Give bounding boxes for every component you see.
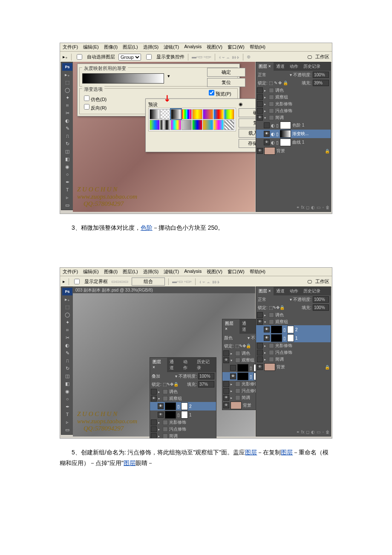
brush-tool[interactable]: ✎: [62, 350, 72, 357]
menu-edit[interactable]: 编辑(E): [83, 44, 99, 50]
move-tool[interactable]: ▸₊: [62, 71, 72, 78]
fx-icon[interactable]: fx: [301, 205, 305, 210]
preview-checkbox[interactable]: [209, 90, 214, 95]
preset-swatch[interactable]: [213, 120, 224, 130]
menu-select[interactable]: 选择(S): [143, 269, 159, 275]
type-tool[interactable]: T: [62, 186, 72, 194]
preset-swatch[interactable]: [192, 120, 202, 130]
preset-swatch[interactable]: [224, 109, 234, 119]
preset-swatch[interactable]: [203, 109, 213, 119]
workspace-button[interactable]: 工作区: [315, 278, 329, 285]
menu-layer[interactable]: 图层(L): [123, 44, 138, 50]
group-icon[interactable]: ▭: [317, 430, 320, 434]
tab-channels[interactable]: 通道: [167, 358, 181, 372]
preset-swatch[interactable]: [150, 120, 160, 130]
preset-swatch[interactable]: [182, 109, 192, 119]
menu-file[interactable]: 文件(F): [63, 44, 78, 50]
menu-edit[interactable]: 编辑(E): [83, 269, 99, 275]
tab-layers[interactable]: 图层 ×: [150, 358, 167, 372]
preset-swatch[interactable]: [171, 120, 181, 130]
gradient-tool[interactable]: ◧: [62, 380, 72, 387]
tab-actions[interactable]: 动作: [181, 358, 194, 372]
menu-help[interactable]: 帮助(H): [250, 44, 265, 50]
type-tool[interactable]: T: [62, 411, 72, 418]
tab-actions[interactable]: 动作: [287, 62, 301, 71]
reverse-checkbox[interactable]: [84, 104, 89, 110]
history-brush-tool[interactable]: ↻: [62, 140, 72, 147]
preset-swatch[interactable]: [150, 109, 160, 119]
layer-row[interactable]: 👁背景🔒: [256, 363, 331, 371]
fill-input[interactable]: [313, 304, 329, 311]
heal-tool[interactable]: ◐: [62, 342, 72, 349]
fx-icon[interactable]: fx: [301, 430, 305, 434]
layer-row[interactable]: ▸光影修饰: [256, 101, 331, 107]
layer-row[interactable]: 👁▾观察组: [150, 395, 216, 402]
preset-swatch[interactable]: [203, 120, 213, 130]
layer-row-selected[interactable]: 👁▯1: [256, 334, 331, 342]
layer-row[interactable]: ▸调色: [256, 87, 331, 94]
auto-select-checkbox[interactable]: [77, 54, 82, 60]
menu-image[interactable]: 图像(I): [104, 44, 118, 50]
stamp-tool[interactable]: ⎍: [62, 357, 72, 364]
opacity-input[interactable]: [198, 373, 214, 379]
layer-row[interactable]: ▸简调: [256, 356, 331, 363]
blend-mode[interactable]: 叠加: [152, 373, 160, 379]
show-bound-checkbox[interactable]: [74, 279, 80, 284]
pen-tool[interactable]: ✒: [62, 179, 72, 186]
link-icon[interactable]: ⚭: [296, 205, 300, 210]
tab-history[interactable]: 历史记录: [301, 62, 323, 71]
gradient-bar[interactable]: [82, 73, 164, 84]
screen-mode-icon[interactable]: 🖵: [307, 55, 312, 60]
blend-mode[interactable]: 正常: [258, 297, 266, 303]
mask-icon[interactable]: ◻: [306, 430, 309, 434]
tab-channels[interactable]: 通道: [239, 319, 253, 334]
crop-tool[interactable]: ⌗: [62, 102, 72, 109]
layer-row[interactable]: ▸光影修饰: [256, 342, 331, 349]
group-select[interactable]: Group: [118, 54, 141, 61]
show-transform-checkbox[interactable]: [146, 54, 152, 60]
wand-tool[interactable]: ✦: [62, 94, 72, 101]
brush-tool[interactable]: ✎: [62, 125, 72, 132]
layer-row[interactable]: ▸观察组: [256, 94, 331, 101]
stamp-tool[interactable]: ⎍: [62, 133, 72, 140]
preset-swatch[interactable]: [182, 120, 192, 130]
preset-swatch[interactable]: [160, 120, 170, 130]
trash-icon[interactable]: 🗑: [326, 430, 330, 434]
blur-tool[interactable]: ◉: [62, 163, 72, 171]
dodge-tool[interactable]: ○: [62, 396, 72, 403]
layer-row[interactable]: ▸污点修饰: [256, 349, 331, 356]
menu-window[interactable]: 窗口(W): [228, 44, 245, 50]
ok-button-1[interactable]: 确定: [207, 68, 245, 77]
tab-layers[interactable]: 图层 ×: [256, 62, 274, 71]
layer-row[interactable]: 👁▾简调: [256, 114, 331, 121]
adjust-icon[interactable]: ◐: [311, 430, 315, 434]
screen-mode-icon[interactable]: 🖵: [307, 279, 312, 284]
eraser-tool[interactable]: ◫: [62, 373, 72, 380]
workspace-button[interactable]: 工作区: [315, 54, 329, 60]
tab-channels[interactable]: 通道: [274, 62, 287, 71]
move-tool[interactable]: ▸₊: [62, 296, 72, 303]
blend-mode[interactable]: 颜色: [224, 335, 233, 341]
blur-tool[interactable]: ◉: [62, 388, 72, 395]
shape-tool[interactable]: ▭: [62, 202, 72, 209]
shape-tool[interactable]: ▭: [62, 426, 72, 434]
heal-tool[interactable]: ◐: [62, 117, 72, 124]
menu-filter[interactable]: 滤镜(T): [164, 269, 179, 275]
layer-row[interactable]: ▸简调: [150, 433, 216, 439]
preset-swatch-selected[interactable]: [171, 109, 181, 119]
preset-swatch[interactable]: [213, 109, 224, 119]
slice-tool[interactable]: ✂: [62, 110, 72, 117]
marquee-tool[interactable]: ⬚: [62, 304, 72, 311]
blend-mode[interactable]: 正常: [258, 72, 266, 78]
layer-row[interactable]: ▸调色: [256, 312, 331, 318]
menu-view[interactable]: 视图(V): [207, 44, 222, 50]
menu-filter[interactable]: 滤镜(T): [164, 44, 179, 50]
lasso-tool[interactable]: ◯: [62, 87, 72, 94]
layer-row[interactable]: ▸光影修饰: [150, 419, 216, 426]
tab-actions[interactable]: 动作: [287, 287, 301, 295]
slice-tool[interactable]: ✂: [62, 334, 72, 341]
menu-window[interactable]: 窗口(W): [228, 269, 245, 275]
link-icon[interactable]: ⚭: [296, 430, 300, 434]
dodge-tool[interactable]: ○: [62, 171, 72, 178]
link-levels[interactable]: 色阶: [141, 224, 153, 231]
